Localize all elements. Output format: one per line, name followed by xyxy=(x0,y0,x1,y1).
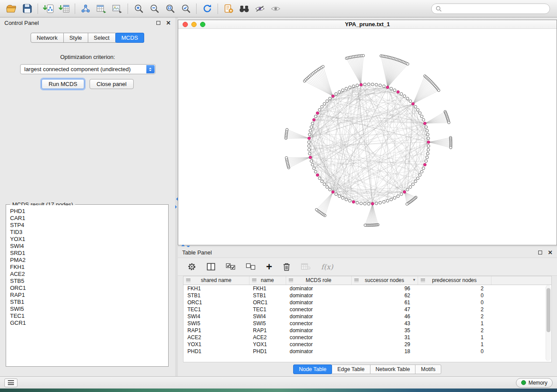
search-box[interactable] xyxy=(431,3,550,14)
table-cell[interactable]: ACE2 xyxy=(249,334,286,341)
result-node-item[interactable]: ACE2 xyxy=(10,271,164,278)
refresh-button[interactable] xyxy=(199,2,215,15)
table-cell[interactable]: 1 xyxy=(418,341,491,348)
table-cell[interactable]: 2 xyxy=(418,306,491,313)
table-cell[interactable]: connector xyxy=(286,334,351,341)
result-node-item[interactable]: CAR1 xyxy=(10,215,164,222)
table-cell[interactable]: RAP1 xyxy=(249,327,286,334)
table-cell[interactable]: SWI4 xyxy=(183,313,249,320)
run-mcds-button[interactable]: Run MCDS xyxy=(42,79,84,89)
table-cell[interactable]: 2 xyxy=(418,327,491,334)
select-all-button[interactable] xyxy=(226,263,235,270)
table-cell[interactable]: dominator xyxy=(286,313,351,320)
float-panel-icon[interactable] xyxy=(538,251,542,254)
tab-edge-table[interactable]: Edge Table xyxy=(332,364,370,374)
table-cell[interactable]: 0 xyxy=(418,348,491,355)
mcds-result-list[interactable]: PHD1CAR1STP4TID3YOX1SWI4SRD1PMA2FKH1ACE2… xyxy=(7,205,168,366)
result-node-item[interactable]: STB1 xyxy=(10,299,164,306)
hide-elements-button[interactable] xyxy=(252,2,268,15)
table-cell[interactable]: SWI5 xyxy=(249,320,286,327)
table-cell[interactable]: 1 xyxy=(418,334,491,341)
table-cell[interactable]: dominator xyxy=(286,327,351,334)
result-node-item[interactable]: RAP1 xyxy=(10,292,164,299)
column-header-shared-name[interactable]: shared name xyxy=(183,276,249,285)
show-columns-button[interactable] xyxy=(207,263,215,271)
zoom-fit-button[interactable] xyxy=(162,2,178,15)
table-cell[interactable]: 62 xyxy=(351,292,418,299)
table-cell[interactable]: RAP1 xyxy=(183,327,249,334)
tab-node-table[interactable]: Node Table xyxy=(293,364,332,374)
result-node-item[interactable]: YOX1 xyxy=(10,236,164,243)
result-node-item[interactable]: STB5 xyxy=(10,278,164,285)
memory-button[interactable]: Memory xyxy=(516,378,553,388)
tab-network[interactable]: Network xyxy=(31,33,64,43)
new-network-button[interactable] xyxy=(78,2,93,15)
column-header-successor-nodes[interactable]: successor nodes▾ xyxy=(351,276,418,285)
table-row[interactable]: YOX1YOX1connector291 xyxy=(183,341,551,348)
result-node-item[interactable]: ORC1 xyxy=(10,285,164,292)
table-cell[interactable]: 43 xyxy=(351,320,418,327)
table-cell[interactable]: dominator xyxy=(286,292,351,299)
deselect-all-button[interactable] xyxy=(246,263,256,270)
menu-button[interactable] xyxy=(4,378,17,387)
export-table-button[interactable] xyxy=(93,2,109,15)
table-cell[interactable]: YOX1 xyxy=(183,341,249,348)
close-panel-icon[interactable]: ✕ xyxy=(548,250,553,255)
table-row[interactable]: PHD1PHD1dominator180 xyxy=(183,348,551,355)
result-node-item[interactable]: SRD1 xyxy=(10,250,164,257)
table-cell[interactable]: 1 xyxy=(418,320,491,327)
table-cell[interactable]: 0 xyxy=(418,299,491,306)
close-mcds-panel-button[interactable]: Close panel xyxy=(90,79,134,89)
column-header-predecessor-nodes[interactable]: predecessor nodes xyxy=(418,276,491,285)
dropdown-stepper-icon[interactable] xyxy=(146,65,155,73)
tab-style[interactable]: Style xyxy=(63,33,88,43)
table-cell[interactable]: ORC1 xyxy=(249,299,286,306)
export-image-button[interactable] xyxy=(109,2,125,15)
scrollbar-thumb[interactable] xyxy=(547,288,550,332)
table-cell[interactable]: ORC1 xyxy=(183,299,249,306)
table-row[interactable]: TEC1TEC1connector472 xyxy=(183,306,551,313)
table-cell[interactable]: 2 xyxy=(418,313,491,320)
table-cell[interactable]: connector xyxy=(286,341,351,348)
show-elements-button[interactable] xyxy=(268,2,284,15)
table-row[interactable]: SWI5SWI5connector431 xyxy=(183,320,551,327)
table-cell[interactable]: 31 xyxy=(351,334,418,341)
result-node-item[interactable]: TID3 xyxy=(10,229,164,236)
table-cell[interactable]: TEC1 xyxy=(249,306,286,313)
clone-network-button[interactable] xyxy=(221,2,236,15)
search-input[interactable] xyxy=(444,5,546,12)
table-cell[interactable]: 29 xyxy=(351,341,418,348)
tab-mcds[interactable]: MCDS xyxy=(115,33,144,43)
network-canvas[interactable] xyxy=(178,29,557,245)
result-node-item[interactable]: GCR1 xyxy=(10,320,164,327)
table-settings-button[interactable] xyxy=(187,262,196,271)
table-cell[interactable]: STB1 xyxy=(249,292,286,299)
table-cell[interactable]: 18 xyxy=(351,348,418,355)
table-cell[interactable]: SWI4 xyxy=(249,313,286,320)
table-cell[interactable]: dominator xyxy=(286,299,351,306)
table-cell[interactable]: 47 xyxy=(351,306,418,313)
table-row[interactable]: ACE2ACE2connector311 xyxy=(183,334,551,341)
table-cell[interactable]: dominator xyxy=(286,285,351,292)
result-node-item[interactable]: SWI4 xyxy=(10,243,164,250)
table-cell[interactable]: 61 xyxy=(351,299,418,306)
table-cell[interactable]: FKH1 xyxy=(183,285,249,292)
table-cell[interactable]: SWI5 xyxy=(183,320,249,327)
table-cell[interactable]: STB1 xyxy=(183,292,249,299)
zoom-out-button[interactable] xyxy=(146,2,162,15)
table-cell[interactable]: 46 xyxy=(351,313,418,320)
save-session-button[interactable] xyxy=(19,2,35,15)
table-cell[interactable]: connector xyxy=(286,306,351,313)
tab-select[interactable]: Select xyxy=(88,33,116,43)
close-panel-icon[interactable]: ✕ xyxy=(166,20,171,26)
table-cell[interactable]: dominator xyxy=(286,348,351,355)
result-node-item[interactable]: FKH1 xyxy=(10,264,164,271)
float-panel-icon[interactable] xyxy=(156,21,160,25)
result-node-item[interactable]: SWI5 xyxy=(10,306,164,313)
table-cell[interactable]: 35 xyxy=(351,327,418,334)
column-header-name[interactable]: name xyxy=(249,276,286,285)
import-table-button[interactable] xyxy=(56,2,72,15)
table-row[interactable]: RAP1RAP1dominator352 xyxy=(183,327,551,334)
table-cell[interactable]: PHD1 xyxy=(183,348,249,355)
table-row[interactable]: ORC1ORC1dominator610 xyxy=(183,299,551,306)
